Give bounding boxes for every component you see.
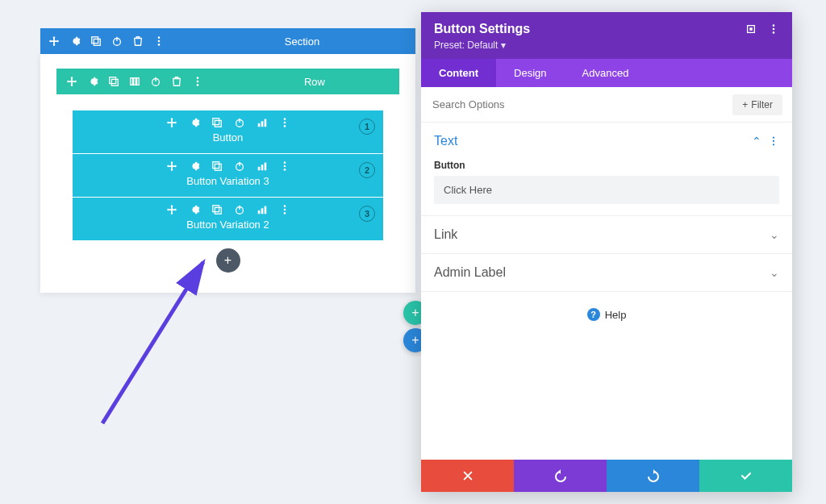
duplicate-icon[interactable]	[211, 160, 223, 172]
duplicate-icon[interactable]	[108, 76, 119, 87]
stats-icon[interactable]	[257, 204, 268, 215]
row-label: Row	[203, 76, 390, 88]
trash-icon[interactable]	[171, 76, 182, 87]
more-icon[interactable]	[279, 160, 290, 172]
power-icon[interactable]	[150, 76, 161, 87]
more-icon[interactable]	[192, 76, 203, 87]
section-link-header[interactable]: Link ⌄	[434, 227, 779, 242]
more-icon[interactable]	[279, 204, 290, 215]
svg-rect-1	[94, 39, 100, 45]
tab-advanced[interactable]: Advanced	[565, 59, 647, 87]
module-button[interactable]: Button 1	[73, 110, 383, 153]
svg-point-52	[773, 31, 775, 34]
panel-header: Button Settings Preset: Default ▾	[421, 12, 792, 59]
button-text-input[interactable]	[434, 176, 779, 204]
svg-point-35	[283, 165, 286, 168]
tab-design[interactable]: Design	[496, 59, 564, 87]
svg-rect-18	[215, 120, 221, 127]
svg-rect-17	[212, 119, 219, 125]
module-number-badge: 3	[359, 206, 375, 222]
more-icon[interactable]	[768, 135, 779, 147]
svg-rect-21	[257, 123, 260, 127]
section-admin-header[interactable]: Admin Label ⌄	[434, 265, 779, 280]
svg-rect-42	[261, 208, 263, 214]
tab-content[interactable]: Content	[421, 59, 496, 87]
svg-rect-32	[261, 165, 263, 170]
search-input[interactable]	[431, 87, 732, 122]
move-icon[interactable]	[66, 76, 77, 87]
svg-point-5	[158, 40, 161, 43]
button-field-label: Button	[434, 160, 779, 171]
more-icon[interactable]	[279, 117, 290, 128]
svg-rect-37	[212, 206, 219, 212]
section-label: Section	[165, 35, 407, 48]
more-icon[interactable]	[153, 35, 165, 47]
svg-rect-31	[257, 167, 260, 170]
filter-button[interactable]: +Filter	[732, 94, 782, 115]
save-button[interactable]	[699, 460, 792, 492]
settings-panel: Button Settings Preset: Default ▾ Conten…	[421, 12, 792, 492]
panel-title: Button Settings	[434, 22, 745, 36]
svg-rect-7	[110, 77, 116, 84]
section-text-header[interactable]: Text ⌃	[434, 134, 779, 148]
redo-button[interactable]	[607, 460, 699, 492]
preset-selector[interactable]: Preset: Default ▾	[434, 40, 745, 51]
module-button[interactable]: Button Variation 2 3	[73, 198, 383, 240]
builder-area: Row Button 1 Button Var	[40, 54, 415, 293]
svg-rect-28	[215, 164, 221, 170]
svg-rect-27	[212, 162, 219, 169]
chevron-up-icon: ⌃	[752, 135, 761, 148]
svg-point-25	[283, 122, 286, 124]
cancel-button[interactable]	[421, 460, 514, 492]
svg-point-15	[197, 81, 199, 83]
gear-icon[interactable]	[189, 204, 200, 215]
move-icon[interactable]	[166, 160, 177, 172]
move-icon[interactable]	[166, 117, 177, 128]
svg-rect-0	[92, 37, 98, 44]
duplicate-icon[interactable]	[211, 117, 223, 128]
gear-icon[interactable]	[69, 35, 81, 47]
svg-rect-9	[131, 78, 133, 85]
duplicate-icon[interactable]	[90, 35, 102, 47]
row-toolbar: Row	[56, 69, 399, 94]
svg-rect-41	[257, 210, 260, 214]
module-label: Button Variation 3	[73, 175, 383, 187]
trash-icon[interactable]	[132, 35, 144, 47]
module-button[interactable]: Button Variation 3 2	[73, 154, 383, 197]
gear-icon[interactable]	[189, 117, 200, 128]
columns-icon[interactable]	[129, 76, 140, 87]
move-icon[interactable]	[166, 204, 177, 215]
power-icon[interactable]	[111, 35, 123, 47]
section-link: Link ⌄	[421, 216, 792, 254]
expand-icon[interactable]	[745, 23, 757, 35]
module-label: Button Variation 2	[73, 219, 383, 231]
section-text: Text ⌃ Button	[421, 123, 792, 216]
module-number-badge: 1	[359, 119, 375, 135]
help-link[interactable]: ? Help	[421, 292, 792, 337]
duplicate-icon[interactable]	[211, 204, 223, 215]
power-icon[interactable]	[234, 117, 245, 128]
help-icon: ?	[587, 308, 600, 321]
row-container: Button 1 Button Variation 3 2	[56, 94, 399, 281]
svg-point-50	[773, 24, 775, 27]
chevron-down-icon: ⌄	[770, 228, 779, 241]
power-icon[interactable]	[234, 204, 245, 215]
stats-icon[interactable]	[257, 160, 268, 172]
power-icon[interactable]	[234, 160, 245, 172]
gear-icon[interactable]	[87, 76, 98, 87]
svg-rect-33	[264, 163, 266, 171]
undo-button[interactable]	[514, 460, 607, 492]
panel-footer	[421, 460, 792, 492]
svg-point-24	[283, 118, 286, 120]
svg-point-54	[773, 140, 774, 142]
svg-rect-38	[215, 207, 221, 214]
gear-icon[interactable]	[189, 160, 200, 172]
move-icon[interactable]	[48, 35, 60, 47]
module-label: Button	[73, 131, 383, 144]
stats-icon[interactable]	[257, 117, 268, 128]
svg-point-44	[283, 205, 286, 207]
svg-point-34	[283, 161, 286, 164]
more-icon[interactable]	[768, 23, 779, 35]
svg-rect-8	[111, 79, 118, 85]
add-module-button[interactable]: +	[216, 248, 240, 273]
